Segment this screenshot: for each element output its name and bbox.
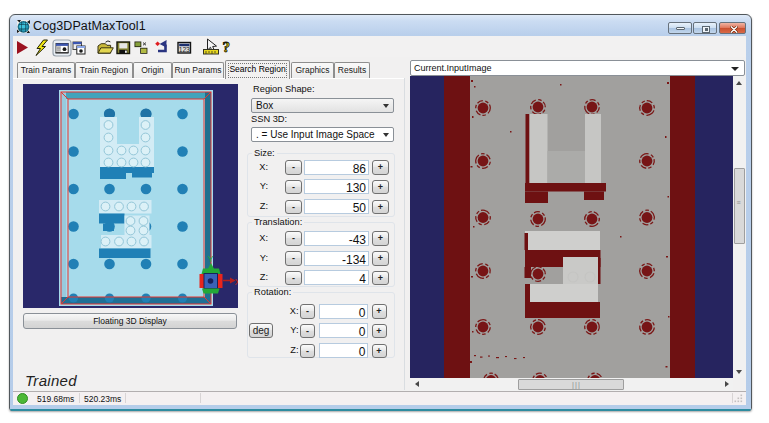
svg-text:123: 123 — [179, 46, 190, 53]
svg-text:Y: Y — [208, 254, 214, 264]
svg-text:X: X — [235, 277, 239, 287]
svg-text:?: ? — [223, 39, 231, 55]
